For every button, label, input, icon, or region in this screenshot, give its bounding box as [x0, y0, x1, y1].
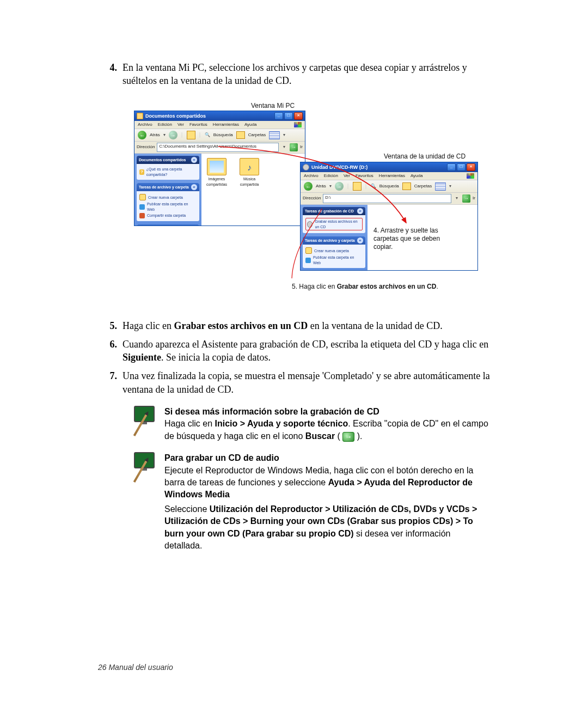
- menu-item[interactable]: Herramientas: [379, 173, 405, 179]
- pictures-folder-icon: [207, 158, 226, 175]
- panel-item-label: Crear nueva carpeta: [314, 248, 349, 253]
- address-input[interactable]: D:\: [323, 194, 451, 203]
- search-button-icon: [342, 432, 354, 442]
- new-folder-icon: [305, 247, 312, 254]
- folders-icon[interactable]: [402, 182, 411, 190]
- menu-item[interactable]: Ayuda: [244, 122, 257, 128]
- back-button[interactable]: ←: [304, 182, 313, 191]
- tasks-pane: Documentos compartidos« ?¿Qué es una car…: [134, 154, 201, 226]
- publish-icon: [139, 204, 145, 210]
- step-7: 7. Una vez finalizada la copia, se muest…: [98, 369, 490, 396]
- step-text: Una vez finalizada la copia, se muestra …: [122, 369, 490, 396]
- window-title: Unidad DVD/CD-RW (D:): [311, 164, 367, 170]
- titlebar: Unidad DVD/CD-RW (D:) _ □ ×: [301, 162, 477, 172]
- panel-item[interactable]: Compartir esta carpeta: [139, 213, 197, 218]
- music-folder-icon: [240, 158, 259, 175]
- page-footer: 26 Manual del usuario: [98, 662, 173, 673]
- search-label: Búsqueda: [213, 132, 233, 138]
- help-icon: ?: [139, 169, 144, 175]
- toolbar: ← Atrás ▾ → │ │ 🔍 Búsqueda Carpetas ▾: [134, 129, 305, 142]
- address-label: Dirección: [303, 196, 321, 202]
- cd-drive-icon: [303, 164, 309, 170]
- note-help: Si desea más información sobre la grabac…: [134, 406, 490, 442]
- menu-item[interactable]: Archivo: [138, 122, 152, 128]
- menu-item[interactable]: Favoritos: [356, 173, 373, 179]
- maximize-button[interactable]: □: [457, 163, 465, 171]
- step-6: 6. Cuando aparezca el Asistente para gra…: [98, 338, 490, 364]
- toolbar: ← Atrás ▾ → │ │ 🔍 Búsqueda Carpetas ▾: [301, 180, 477, 193]
- maximize-button[interactable]: □: [284, 112, 293, 120]
- panel-item[interactable]: Publicar esta carpeta en Web: [139, 202, 197, 212]
- caption-cd: Ventana de la unidad de CD: [384, 152, 465, 161]
- panel-title: Tareas de archivo y carpeta: [139, 185, 189, 190]
- chevron-icon[interactable]: «: [191, 184, 197, 190]
- bold-text: Siguiente: [122, 352, 161, 363]
- callout-text: 5. Haga clic en: [292, 283, 337, 290]
- page: 4. En la ventana Mi PC, seleccione los a…: [0, 0, 588, 713]
- folder-label: Imágenes compartidas: [206, 177, 227, 186]
- views-icon[interactable]: [435, 182, 446, 191]
- tasks-pane: Tareas de grabación de CD« Grabar estos …: [301, 205, 367, 270]
- dropdown-icon[interactable]: ▾: [454, 196, 460, 202]
- menu-item[interactable]: Ver: [177, 122, 184, 128]
- menu-item[interactable]: Archivo: [304, 173, 318, 179]
- address-input[interactable]: C:\Documents and Settings\All Users\Docu…: [157, 143, 279, 152]
- share-icon: [139, 213, 145, 218]
- titlebar: Documentos compartidos _ □ ×: [134, 111, 305, 121]
- menu-item[interactable]: Edición: [158, 122, 172, 128]
- up-icon[interactable]: [187, 131, 195, 139]
- folders-icon[interactable]: [236, 131, 245, 139]
- minimize-button[interactable]: _: [447, 163, 456, 171]
- chevron-icon[interactable]: «: [357, 208, 363, 214]
- note-heading: Si desea más información sobre la grabac…: [164, 406, 490, 418]
- back-label: Atrás: [150, 132, 160, 138]
- folder-icon: [137, 113, 143, 119]
- bold-text: Grabar estos archivos en un CD: [174, 320, 308, 331]
- panel-title: Tareas de archivo y carpeta: [305, 238, 355, 243]
- chevron-icon[interactable]: «: [191, 157, 197, 163]
- menu-item[interactable]: Herramientas: [213, 122, 239, 128]
- folder-item[interactable]: Música compartida: [238, 158, 260, 226]
- views-icon[interactable]: [269, 131, 280, 139]
- close-button[interactable]: ×: [294, 112, 303, 120]
- search-icon[interactable]: 🔍: [205, 132, 210, 138]
- callout-burn: 5. Haga clic en Grabar estos archivos en…: [292, 283, 438, 291]
- text: Cuando aparezca el Asistente para grabac…: [122, 339, 488, 350]
- panel-item[interactable]: Publicar esta carpeta en Web: [305, 255, 363, 265]
- note-text: Para grabar un CD de audio Ejecute el Re…: [164, 452, 490, 552]
- back-button[interactable]: ←: [138, 131, 146, 139]
- up-icon[interactable]: [353, 182, 362, 191]
- folders-label: Carpetas: [248, 132, 266, 138]
- panel-item[interactable]: Crear nueva carpeta: [305, 247, 363, 254]
- window-body: Documentos compartidos« ?¿Qué es una car…: [134, 154, 305, 226]
- window-title: Documentos compartidos: [145, 113, 206, 119]
- step-text: Haga clic en Grabar estos archivos en un…: [122, 319, 490, 332]
- folder-item[interactable]: Imágenes compartidas: [206, 158, 228, 226]
- menu-item[interactable]: Edición: [324, 173, 338, 179]
- go-button[interactable]: →: [290, 143, 298, 151]
- burn-files-link[interactable]: Grabar estos archivos en un CD: [305, 218, 363, 230]
- forward-button[interactable]: →: [335, 182, 344, 191]
- panel-item[interactable]: ?¿Qué es una carpeta compartida?: [139, 167, 197, 177]
- panel-title: Tareas de grabación de CD: [305, 209, 354, 214]
- tasks-panel: Tareas de archivo y carpeta« Crear nueva…: [303, 236, 365, 268]
- note-text: Si desea más información sobre la grabac…: [164, 406, 490, 442]
- text: . Se inicia la copia de datos.: [161, 352, 271, 363]
- dropdown-icon[interactable]: ▾: [281, 144, 287, 150]
- menu-item[interactable]: Ver: [344, 173, 350, 179]
- forward-button[interactable]: →: [169, 131, 177, 139]
- minimize-button[interactable]: _: [274, 112, 283, 120]
- menu-item[interactable]: Ayuda: [411, 173, 423, 179]
- note-body: Haga clic en Inicio > Ayuda y soporte té…: [164, 418, 490, 442]
- windows-flag-icon: [467, 173, 474, 179]
- chevron-icon[interactable]: «: [357, 237, 363, 243]
- go-button[interactable]: →: [462, 194, 470, 203]
- panel-item[interactable]: Crear nueva carpeta: [139, 194, 197, 200]
- search-icon[interactable]: 🔍: [371, 184, 376, 190]
- panel-title: Documentos compartidos: [139, 157, 186, 162]
- step-number: 6.: [98, 338, 122, 364]
- steps-list-bottom: 5. Haga clic en Grabar estos archivos en…: [98, 319, 490, 396]
- close-button[interactable]: ×: [467, 163, 475, 171]
- menu-item[interactable]: Favoritos: [189, 122, 207, 128]
- callout-line: copiar.: [373, 243, 393, 251]
